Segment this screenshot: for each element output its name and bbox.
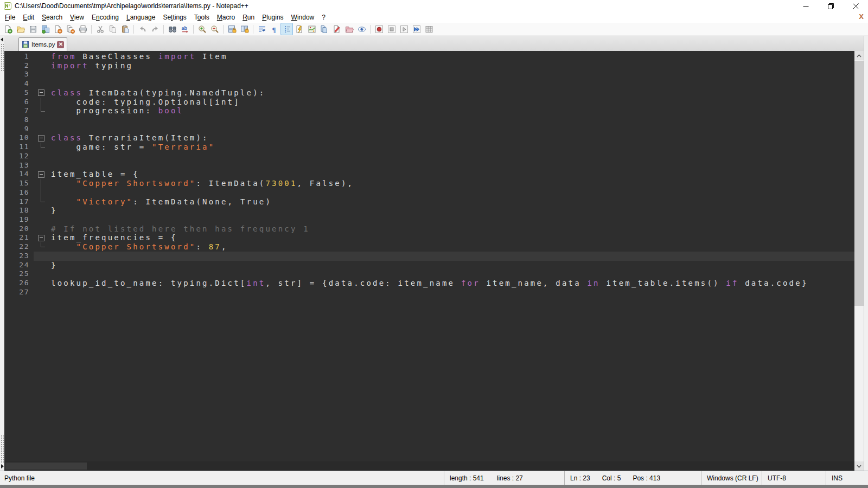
toolbar-save-button[interactable] (27, 23, 39, 35)
line-number[interactable]: 21 (4, 233, 34, 242)
close-button[interactable] (843, 0, 868, 12)
line-number[interactable]: 23 (4, 252, 34, 261)
menu-item-help[interactable]: ? (318, 12, 329, 22)
toolbar-close-file-button[interactable] (52, 23, 64, 35)
vertical-scrollbar[interactable] (854, 51, 864, 471)
window-bottom-edge (0, 485, 868, 488)
toolbar-new-file-button[interactable] (2, 23, 14, 35)
line-number[interactable]: 22 (4, 242, 34, 252)
toolbar-sync-horizontal-button[interactable] (238, 23, 251, 35)
line-number[interactable]: 19 (4, 215, 34, 224)
toolbar-monitoring-button[interactable] (355, 23, 368, 35)
menu-item-language[interactable]: Language (123, 12, 159, 22)
toolbar-undo-button[interactable] (136, 23, 149, 35)
toolbar-print-button[interactable] (76, 23, 89, 35)
toolbar-copy-button[interactable] (106, 23, 119, 35)
line-number[interactable]: 1 (4, 52, 34, 61)
line-number[interactable]: 25 (4, 269, 34, 279)
dock-grip-strip[interactable] (0, 36, 4, 471)
minimize-button[interactable] (793, 0, 818, 12)
fold-collapse-icon[interactable] (34, 170, 51, 179)
line-number[interactable]: 20 (4, 224, 34, 234)
code-text: } (51, 261, 854, 270)
paste-icon (121, 25, 130, 34)
line-number[interactable]: 13 (4, 161, 34, 170)
menu-item-edit[interactable]: Edit (19, 12, 38, 22)
code-editor[interactable]: 1from BaseClasses import Item2import typ… (4, 51, 854, 471)
restore-icon (828, 3, 834, 9)
line-number[interactable]: 2 (4, 61, 34, 70)
line-number[interactable]: 4 (4, 79, 34, 88)
word-wrap-icon (258, 25, 266, 34)
menu-item-file[interactable]: File (1, 12, 19, 22)
line-number[interactable]: 11 (4, 143, 34, 152)
menu-item-plugins[interactable]: Plugins (258, 12, 287, 22)
toolbar-close-all-button[interactable] (64, 23, 76, 35)
scroll-up-button[interactable] (854, 51, 864, 60)
toolbar-define-language-button[interactable] (330, 23, 343, 35)
toolbar-macro-record-button[interactable] (373, 23, 385, 35)
toolbar-redo-button[interactable] (149, 23, 161, 35)
line-number[interactable]: 17 (4, 197, 34, 207)
toolbar-open-file-button[interactable] (14, 23, 27, 35)
line-number[interactable]: 27 (4, 288, 34, 297)
toolbar-replace-button[interactable]: ab (178, 23, 191, 35)
vertical-scrollbar-thumb[interactable] (854, 61, 864, 306)
fold-margin (34, 70, 51, 79)
toolbar-folder-as-workspace-button[interactable] (343, 23, 355, 35)
horizontal-scrollbar-thumb[interactable] (5, 463, 87, 470)
menu-item-macro[interactable]: Macro (213, 12, 239, 22)
menu-item-view[interactable]: View (66, 12, 88, 22)
toolbar-macro-run-multiple-button[interactable] (410, 23, 423, 35)
fold-collapse-icon[interactable] (34, 233, 51, 242)
toolbar-paste-button[interactable] (119, 23, 131, 35)
line-number[interactable]: 10 (4, 133, 34, 143)
document-close-x-button[interactable]: X (859, 13, 864, 21)
toolbar-word-wrap-button[interactable] (256, 23, 268, 35)
code-line: 8 (4, 115, 854, 125)
menu-item-encoding[interactable]: Encoding (88, 12, 123, 22)
code-line: 4 (4, 79, 854, 88)
toolbar-find-button[interactable] (166, 23, 178, 35)
line-number[interactable]: 12 (4, 152, 34, 161)
line-number[interactable]: 9 (4, 125, 34, 134)
toolbar-document-list-button[interactable] (318, 23, 330, 35)
close-icon (853, 3, 859, 9)
fold-collapse-icon[interactable] (34, 133, 51, 143)
menu-item-run[interactable]: Run (239, 12, 258, 22)
horizontal-scrollbar[interactable] (4, 461, 854, 471)
toolbar-zoom-in-button[interactable] (196, 23, 208, 35)
menu-item-search[interactable]: Search (38, 12, 66, 22)
line-number[interactable]: 3 (4, 70, 34, 79)
menu-item-settings[interactable]: Settings (159, 12, 190, 22)
line-number[interactable]: 5 (4, 88, 34, 98)
menu-item-tools[interactable]: Tools (190, 12, 213, 22)
line-number[interactable]: 26 (4, 279, 34, 288)
line-number[interactable]: 14 (4, 170, 34, 179)
line-number[interactable]: 6 (4, 98, 34, 107)
toolbar-function-list-button[interactable] (293, 23, 305, 35)
toolbar-document-map-button[interactable] (305, 23, 318, 35)
line-number[interactable]: 15 (4, 179, 34, 188)
toolbar-sync-vertical-button[interactable] (226, 23, 238, 35)
toolbar-macro-play-button[interactable] (398, 23, 410, 35)
line-number[interactable]: 8 (4, 115, 34, 125)
line-number[interactable]: 16 (4, 188, 34, 197)
restore-button[interactable] (818, 0, 843, 12)
toolbar-cut-button[interactable] (94, 23, 106, 35)
line-number[interactable]: 18 (4, 206, 34, 215)
toolbar-zoom-out-button[interactable] (208, 23, 221, 35)
toolbar-indent-guide-button[interactable] (280, 23, 293, 35)
code-text: class ItemData(typing.NamedTuple): (51, 88, 854, 98)
tab-close-icon[interactable]: ✕ (57, 41, 64, 48)
toolbar-save-all-button[interactable] (39, 23, 52, 35)
toolbar-macro-save-button[interactable] (423, 23, 435, 35)
toolbar-macro-stop-button[interactable] (385, 23, 398, 35)
line-number[interactable]: 24 (4, 261, 34, 270)
toolbar-show-all-chars-button[interactable]: ¶ (268, 23, 280, 35)
tab-items-py[interactable]: Items.py ✕ (18, 37, 67, 51)
line-number[interactable]: 7 (4, 106, 34, 115)
menu-item-window[interactable]: Window (288, 12, 318, 22)
scroll-down-button[interactable] (854, 461, 864, 471)
fold-collapse-icon[interactable] (34, 88, 51, 98)
